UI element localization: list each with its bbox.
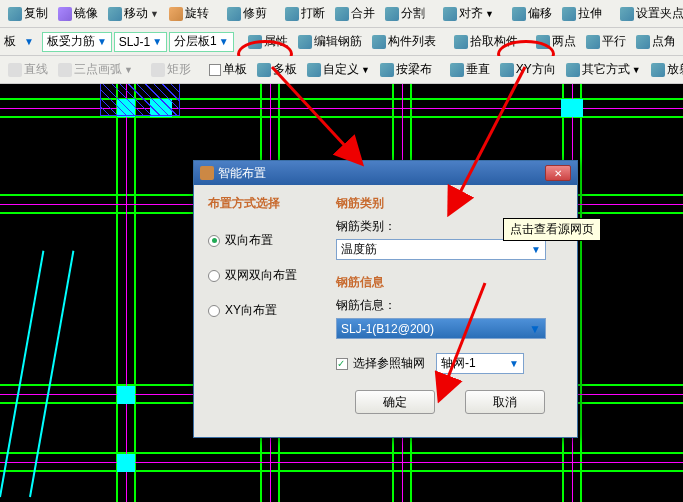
attr-icon [248, 35, 262, 49]
single-check-icon [209, 64, 221, 76]
chevron-down-icon: ▼ [529, 322, 541, 336]
corner-icon [636, 35, 650, 49]
pick-icon [454, 35, 468, 49]
offset-button[interactable]: 偏移 [508, 3, 556, 24]
toolbar-row-3: 直线 三点画弧▼ 矩形 单板 多板 自定义▼ 按梁布 垂直 XY方向 其它方式▼… [0, 56, 683, 84]
info-dropdown[interactable]: SLJ-1(B12@200) ▼ [336, 318, 546, 339]
merge-button[interactable]: 合并 [331, 3, 379, 24]
other-mode-button[interactable]: 其它方式▼ [562, 59, 645, 80]
edit-bar-icon [298, 35, 312, 49]
radio-bidirectional[interactable]: 双向布置 [208, 232, 318, 249]
move-icon [108, 7, 122, 21]
custom-button[interactable]: 自定义▼ [303, 59, 374, 80]
list-icon [372, 35, 386, 49]
axis-dropdown[interactable]: 轴网-1▼ [436, 353, 524, 374]
break-icon [285, 7, 299, 21]
parallel-button[interactable]: 平行 [582, 31, 630, 52]
offset-icon [512, 7, 526, 21]
trim-button[interactable]: 修剪 [223, 3, 271, 24]
rotate-button[interactable]: 旋转 [165, 3, 213, 24]
copy-icon [8, 7, 22, 21]
single-board-button[interactable]: 单板 [205, 59, 251, 80]
kind-value: 温度筋 [341, 241, 531, 258]
kind-group-label: 钢筋类别 [336, 195, 563, 212]
cancel-button[interactable]: 取消 [465, 390, 545, 414]
rect-icon [151, 63, 165, 77]
tab-button[interactable]: 按梁布 [376, 59, 436, 80]
split-button[interactable]: 分割 [381, 3, 429, 24]
dialog-icon [200, 166, 214, 180]
layout-group: 布置方式选择 双向布置 双网双向布置 XY向布置 [208, 195, 318, 414]
member-list-button[interactable]: 构件列表 [368, 31, 440, 52]
ok-button[interactable]: 确定 [355, 390, 435, 414]
info-value: SLJ-1(B12@200) [341, 322, 434, 336]
board-label: 板 [4, 33, 16, 50]
line-button[interactable]: 直线 [4, 59, 52, 80]
toolbar-row-2: 板 ▼ 板受力筋▼ SLJ-1▼ 分层板1▼ 属性 编辑钢筋 构件列表 拾取构件… [0, 28, 683, 56]
chevron-down-icon: ▼ [531, 244, 541, 255]
radial-icon [651, 63, 665, 77]
tooltip: 点击查看源网页 [503, 218, 601, 241]
grip-icon [620, 7, 634, 21]
two-point-button[interactable]: 两点 [532, 31, 580, 52]
edit-bar-button[interactable]: 编辑钢筋 [294, 31, 366, 52]
slj-dropdown[interactable]: SLJ-1▼ [114, 32, 167, 52]
radio-icon [208, 235, 220, 247]
xy-icon [500, 63, 514, 77]
radio-icon [208, 305, 220, 317]
corner-button[interactable]: 点角 [632, 31, 680, 52]
vertical-icon [450, 63, 464, 77]
stretch-button[interactable]: 拉伸 [558, 3, 606, 24]
type-dropdown[interactable]: 板受力筋▼ [42, 32, 112, 52]
mirror-icon [58, 7, 72, 21]
attr-button[interactable]: 属性 [244, 31, 292, 52]
radial-button[interactable]: 放射筋 [647, 59, 683, 80]
align-icon [443, 7, 457, 21]
info-group-label: 钢筋信息 [336, 274, 563, 291]
axis-label: 选择参照轴网 [353, 355, 425, 372]
break-button[interactable]: 打断 [281, 3, 329, 24]
tab-icon [380, 63, 394, 77]
layout-group-label: 布置方式选择 [208, 195, 318, 212]
mirror-button[interactable]: 镜像 [54, 3, 102, 24]
arc-icon [58, 63, 72, 77]
align-button[interactable]: 对齐▼ [439, 3, 498, 24]
dialog-titlebar[interactable]: 智能布置 ✕ [194, 161, 577, 185]
vertical-button[interactable]: 垂直 [446, 59, 494, 80]
split-icon [385, 7, 399, 21]
rect-button[interactable]: 矩形 [147, 59, 195, 80]
rotate-icon [169, 7, 183, 21]
line-icon [8, 63, 22, 77]
parallel-icon [586, 35, 600, 49]
other-icon [566, 63, 580, 77]
toolbar-row-1: 复制 镜像 移动▼ 旋转 修剪 打断 合并 分割 对齐▼ 偏移 拉伸 设置夹点 [0, 0, 683, 28]
smart-layout-dialog: 智能布置 ✕ 布置方式选择 双向布置 双网双向布置 XY向布置 钢筋类别 钢筋类… [193, 160, 578, 438]
arc-button[interactable]: 三点画弧▼ [54, 59, 137, 80]
stretch-icon [562, 7, 576, 21]
dialog-title: 智能布置 [218, 165, 266, 182]
radio-icon [208, 270, 220, 282]
custom-icon [307, 63, 321, 77]
merge-icon [335, 7, 349, 21]
kind-dropdown[interactable]: 温度筋 ▼ [336, 239, 546, 260]
xy-direction-button[interactable]: XY方向 [496, 59, 560, 80]
multi-board-button[interactable]: 多板 [253, 59, 301, 80]
pick-button[interactable]: 拾取构件 [450, 31, 522, 52]
copy-button[interactable]: 复制 [4, 3, 52, 24]
move-button[interactable]: 移动▼ [104, 3, 163, 24]
chevron-down-icon: ▼ [509, 358, 519, 369]
axis-checkbox[interactable] [336, 358, 348, 370]
layer-dropdown[interactable]: 分层板1▼ [169, 32, 234, 52]
multi-icon [257, 63, 271, 77]
close-button[interactable]: ✕ [545, 165, 571, 181]
two-point-icon [536, 35, 550, 49]
grip-button[interactable]: 设置夹点 [616, 3, 683, 24]
radio-double-net[interactable]: 双网双向布置 [208, 267, 318, 284]
trim-icon [227, 7, 241, 21]
radio-xy[interactable]: XY向布置 [208, 302, 318, 319]
info-label: 钢筋信息： [336, 297, 563, 314]
